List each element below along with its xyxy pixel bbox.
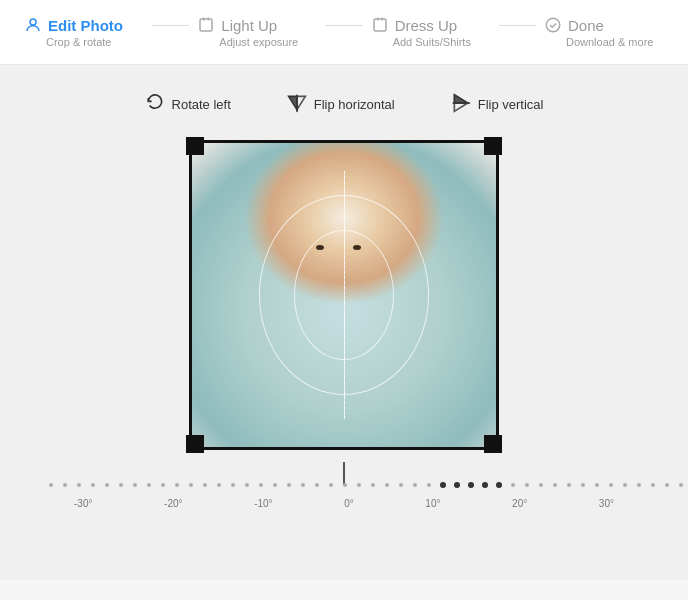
ruler-dot: [482, 482, 488, 488]
ruler-label-0: 0°: [344, 498, 354, 509]
ruler-dot: [273, 483, 277, 487]
ruler-dot: [217, 483, 221, 487]
ruler-dot: [301, 483, 305, 487]
ruler-dot: [413, 483, 417, 487]
ruler-dot: [77, 483, 81, 487]
ruler-label-10: 10°: [425, 498, 440, 509]
ruler-dot: [259, 483, 263, 487]
ruler-dot: [581, 483, 585, 487]
flip-horizontal-label: Flip horizontal: [314, 97, 395, 112]
svg-marker-9: [297, 96, 305, 109]
ruler-dot: [665, 483, 669, 487]
ruler-dot: [468, 482, 474, 488]
ruler-dot: [147, 483, 151, 487]
ruler-dot: [595, 483, 599, 487]
svg-marker-12: [454, 103, 467, 111]
step-edit-photo-subtitle: Crop & rotate: [24, 36, 111, 48]
ruler-dot: [175, 483, 179, 487]
step-divider-1: [152, 25, 189, 26]
ruler-dot: [343, 483, 347, 487]
ruler-dot: [609, 483, 613, 487]
crop-handle-tr[interactable]: [484, 137, 502, 155]
step-divider-2: [325, 25, 362, 26]
svg-rect-4: [374, 19, 386, 31]
step-edit-photo[interactable]: Edit Photo Crop & rotate: [24, 16, 144, 48]
ruler-dot: [539, 483, 543, 487]
step-dress-up[interactable]: Dress Up Add Suits/Shirts: [371, 16, 491, 48]
ruler-dot: [231, 483, 235, 487]
svg-marker-8: [288, 96, 296, 109]
ruler-label-minus30: -30°: [74, 498, 92, 509]
ruler-dot: [440, 482, 446, 488]
ruler-dot: [287, 483, 291, 487]
ruler-dot: [567, 483, 571, 487]
ruler-label-minus10: -10°: [254, 498, 272, 509]
ruler-labels: -30° -20° -10° 0° 10° 20° 30°: [74, 498, 614, 509]
ruler-dot: [637, 483, 641, 487]
crop-frame: [189, 140, 499, 450]
ruler-dot: [399, 483, 403, 487]
svg-rect-1: [200, 19, 212, 31]
rotate-left-icon: [145, 93, 165, 116]
crop-handle-br[interactable]: [484, 435, 502, 453]
step-light-up-subtitle: Adjust exposure: [197, 36, 298, 48]
main-content: Rotate left Flip horizontal Flip ver: [0, 65, 688, 580]
ruler-dot: [133, 483, 137, 487]
ruler-dot: [189, 483, 193, 487]
ruler-dot: [315, 483, 319, 487]
person-icon: [24, 16, 42, 34]
crop-handle-bl[interactable]: [186, 435, 204, 453]
ruler-dot: [245, 483, 249, 487]
svg-point-0: [30, 19, 36, 25]
flip-vertical-label: Flip vertical: [478, 97, 544, 112]
ruler-dot: [511, 483, 515, 487]
shirt-icon: [371, 16, 389, 34]
ruler-label-minus20: -20°: [164, 498, 182, 509]
rotation-ruler[interactable]: -30° -20° -10° 0° 10° 20° 30°: [44, 462, 644, 509]
step-light-up-title: Light Up: [221, 17, 277, 34]
ruler-dot: [49, 483, 53, 487]
flip-v-icon: [451, 93, 471, 116]
step-done-subtitle: Download & more: [544, 36, 653, 48]
step-light-up[interactable]: Light Up Adjust exposure: [197, 16, 317, 48]
steps-bar: Edit Photo Crop & rotate Light Up Adjust…: [0, 0, 688, 65]
done-icon: [544, 16, 562, 34]
flip-horizontal-button[interactable]: Flip horizontal: [279, 89, 403, 120]
ruler-dot: [91, 483, 95, 487]
ruler-dot: [161, 483, 165, 487]
ruler-dot: [454, 482, 460, 488]
ruler-dot: [203, 483, 207, 487]
ruler-label-30: 30°: [599, 498, 614, 509]
ruler-dot: [679, 483, 683, 487]
ruler-dot: [651, 483, 655, 487]
rotate-left-label: Rotate left: [172, 97, 231, 112]
flip-vertical-button[interactable]: Flip vertical: [443, 89, 552, 120]
crop-handle-tl[interactable]: [186, 137, 204, 155]
toolbar: Rotate left Flip horizontal Flip ver: [137, 89, 552, 120]
ruler-dot: [496, 482, 502, 488]
ruler-dot: [105, 483, 109, 487]
step-edit-photo-title: Edit Photo: [48, 17, 123, 34]
photo-crop-area[interactable]: [189, 140, 499, 450]
step-done-title: Done: [568, 17, 604, 34]
svg-point-7: [546, 18, 560, 32]
ruler-dot: [525, 483, 529, 487]
rotate-left-button[interactable]: Rotate left: [137, 89, 239, 120]
ruler-dots-row: [44, 476, 644, 494]
ruler-dot: [371, 483, 375, 487]
flip-h-icon: [287, 93, 307, 116]
ruler-dot: [357, 483, 361, 487]
ruler-dot: [623, 483, 627, 487]
sun-icon: [197, 16, 215, 34]
ruler-dot: [427, 483, 431, 487]
ruler-label-20: 20°: [512, 498, 527, 509]
ruler-dot: [385, 483, 389, 487]
step-dress-up-title: Dress Up: [395, 17, 458, 34]
step-divider-3: [499, 25, 536, 26]
svg-marker-11: [454, 95, 467, 103]
step-done[interactable]: Done Download & more: [544, 16, 664, 48]
ruler-dot: [553, 483, 557, 487]
ruler-dot: [119, 483, 123, 487]
ruler-dot: [63, 483, 67, 487]
step-dress-up-subtitle: Add Suits/Shirts: [371, 36, 471, 48]
